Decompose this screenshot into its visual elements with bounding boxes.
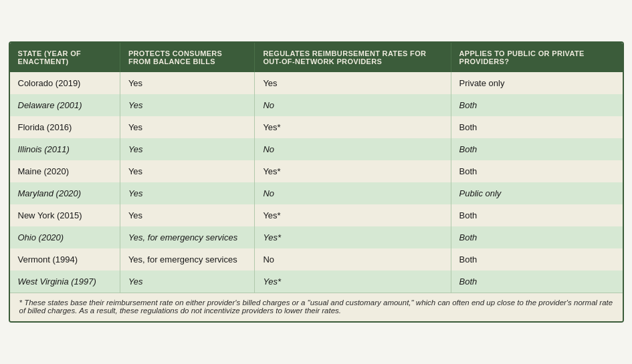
cell-state: Florida (2016) — [10, 116, 120, 138]
table-footnote: * These states base their reimbursement … — [10, 293, 623, 321]
cell-state: New York (2015) — [10, 204, 120, 226]
table-row: Maryland (2020)YesNoPublic only — [10, 182, 623, 204]
cell-reimbursement: Yes* — [255, 204, 451, 226]
cell-balance: Yes — [120, 270, 255, 293]
cell-applies: Both — [451, 94, 623, 116]
cell-balance: Yes — [120, 160, 255, 182]
cell-applies: Both — [451, 116, 623, 138]
cell-state: Illinois (2011) — [10, 138, 120, 160]
cell-balance: Yes — [120, 72, 255, 94]
cell-applies: Both — [451, 248, 623, 270]
cell-state: Colorado (2019) — [10, 72, 120, 94]
cell-reimbursement: No — [255, 182, 451, 204]
header-applies: Applies to Public or Private Providers? — [451, 43, 623, 72]
cell-applies: Both — [451, 160, 623, 182]
header-reimbursement: Regulates Reimbursement Rates for Out-of… — [255, 43, 451, 72]
table-body: Colorado (2019)YesYesPrivate onlyDelawar… — [10, 72, 623, 293]
table-row: Florida (2016)YesYes*Both — [10, 116, 623, 138]
cell-balance: Yes — [120, 116, 255, 138]
cell-reimbursement: Yes* — [255, 116, 451, 138]
table-row: Illinois (2011)YesNoBoth — [10, 138, 623, 160]
table-row: West Virginia (1997)YesYes*Both — [10, 270, 623, 293]
cell-applies: Both — [451, 226, 623, 248]
cell-balance: Yes — [120, 182, 255, 204]
cell-state: West Virginia (1997) — [10, 270, 120, 293]
table-row: Delaware (2001)YesNoBoth — [10, 94, 623, 116]
cell-applies: Both — [451, 270, 623, 293]
table-row: Colorado (2019)YesYesPrivate only — [10, 72, 623, 94]
table-row: Maine (2020)YesYes*Both — [10, 160, 623, 182]
header-state: State (Year of Enactment) — [10, 43, 120, 72]
cell-balance: Yes — [120, 204, 255, 226]
table-row: Vermont (1994)Yes, for emergency service… — [10, 248, 623, 270]
cell-applies: Both — [451, 204, 623, 226]
table-row: Ohio (2020)Yes, for emergency servicesYe… — [10, 226, 623, 248]
table-header-row: State (Year of Enactment) Protects Consu… — [10, 43, 623, 72]
cell-applies: Private only — [451, 72, 623, 94]
cell-reimbursement: Yes — [255, 72, 451, 94]
cell-applies: Both — [451, 138, 623, 160]
cell-applies: Public only — [451, 182, 623, 204]
cell-balance: Yes, for emergency services — [120, 226, 255, 248]
table-row: New York (2015)YesYes*Both — [10, 204, 623, 226]
cell-reimbursement: No — [255, 248, 451, 270]
policy-table: State (Year of Enactment) Protects Consu… — [10, 43, 623, 293]
header-balance: Protects Consumers from Balance Bills — [120, 43, 255, 72]
cell-balance: Yes — [120, 138, 255, 160]
cell-state: Delaware (2001) — [10, 94, 120, 116]
cell-reimbursement: Yes* — [255, 160, 451, 182]
cell-reimbursement: No — [255, 94, 451, 116]
cell-state: Maryland (2020) — [10, 182, 120, 204]
cell-balance: Yes — [120, 94, 255, 116]
cell-reimbursement: No — [255, 138, 451, 160]
cell-balance: Yes, for emergency services — [120, 248, 255, 270]
cell-reimbursement: Yes* — [255, 226, 451, 248]
cell-state: Vermont (1994) — [10, 248, 120, 270]
cell-reimbursement: Yes* — [255, 270, 451, 293]
cell-state: Ohio (2020) — [10, 226, 120, 248]
cell-state: Maine (2020) — [10, 160, 120, 182]
main-table-wrapper: State (Year of Enactment) Protects Consu… — [9, 41, 624, 323]
